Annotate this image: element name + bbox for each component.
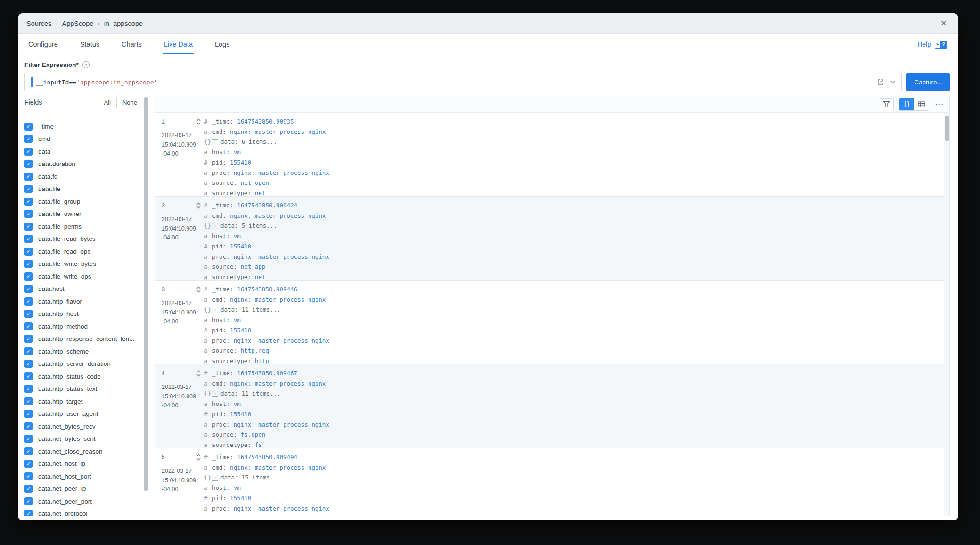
tab[interactable]: Status: [79, 34, 100, 54]
field-checkbox-item[interactable]: ✓ data.file_perms: [24, 220, 143, 233]
checkbox-checked-icon[interactable]: ✓: [24, 422, 33, 430]
field-checkbox-item[interactable]: ✓ data.http_scheme: [24, 345, 143, 358]
checkbox-checked-icon[interactable]: ✓: [24, 347, 33, 355]
field-checkbox-item[interactable]: ✓ data.http_flavor: [24, 295, 143, 308]
checkbox-checked-icon[interactable]: ✓: [24, 210, 33, 218]
field-checkbox-item[interactable]: ✓ data.net_bytes_recv: [24, 420, 143, 433]
expand-collapse-icon[interactable]: [196, 202, 201, 209]
checkbox-checked-icon[interactable]: ✓: [24, 223, 33, 231]
checkbox-checked-icon[interactable]: ✓: [24, 235, 33, 243]
field-checkbox-item[interactable]: ✓ data.net_peer_port: [24, 495, 143, 508]
field-checkbox-item[interactable]: ✓ data.file_read_ops: [24, 245, 143, 258]
help-circle-icon[interactable]: ?: [82, 61, 90, 68]
field-checkbox-item[interactable]: ✓ data.file_owner: [24, 208, 143, 221]
expand-editor-icon[interactable]: [877, 78, 884, 86]
more-options-icon[interactable]: ⋯: [935, 99, 944, 109]
checkbox-checked-icon[interactable]: ✓: [24, 272, 33, 281]
json-view-button[interactable]: {}: [899, 98, 914, 110]
field-checkbox-item[interactable]: ✓ data.file: [24, 183, 143, 196]
field-checkbox-item[interactable]: ✓ data.net_protocol: [24, 508, 143, 517]
field-checkbox-item[interactable]: ✓ data.net_bytes_sent: [24, 433, 143, 446]
field-checkbox-item[interactable]: ✓ data.http_response_content_len...: [24, 333, 143, 346]
checkbox-checked-icon[interactable]: ✓: [24, 447, 33, 455]
checkbox-checked-icon[interactable]: ✓: [24, 335, 33, 343]
expand-collapse-icon[interactable]: [196, 286, 201, 293]
checkbox-checked-icon[interactable]: ✓: [24, 260, 33, 268]
field-checkbox-item[interactable]: ✓ data.http_status_code: [24, 370, 143, 383]
fields-scrollbar-thumb[interactable]: [144, 97, 148, 491]
checkbox-checked-icon[interactable]: ✓: [24, 497, 33, 505]
checkbox-checked-icon[interactable]: ✓: [24, 185, 33, 193]
field-checkbox-item[interactable]: ✓ data.duration: [24, 158, 143, 171]
checkbox-checked-icon[interactable]: ✓: [24, 173, 33, 181]
help-link[interactable]: Help ▶ ?: [917, 41, 947, 49]
field-checkbox-item[interactable]: ✓ data.http_user_agent: [24, 408, 143, 421]
checkbox-checked-icon[interactable]: ✓: [24, 435, 33, 443]
close-icon[interactable]: ✕: [940, 19, 947, 27]
field-checkbox-item[interactable]: ✓ data.file_read_bytes: [24, 233, 143, 246]
expand-object-icon[interactable]: +: [212, 139, 218, 145]
checkbox-checked-icon[interactable]: ✓: [24, 310, 33, 318]
field-checkbox-item[interactable]: ✓ data.http_method: [24, 320, 143, 333]
expand-object-icon[interactable]: +: [212, 475, 218, 481]
checkbox-checked-icon[interactable]: ✓: [24, 472, 33, 480]
breadcrumb-in-appscope[interactable]: in_appscope: [104, 20, 143, 27]
field-checkbox-item[interactable]: ✓ data.http_host: [24, 308, 143, 321]
checkbox-checked-icon[interactable]: ✓: [24, 248, 33, 256]
tab[interactable]: Logs: [214, 34, 230, 54]
field-checkbox-item[interactable]: ✓ data.fd: [24, 170, 143, 183]
expand-collapse-icon[interactable]: [196, 370, 201, 377]
field-checkbox-item[interactable]: ✓ data.net_close_reason: [24, 445, 143, 458]
field-checkbox-item[interactable]: ✓ data.net_host_ip: [24, 458, 143, 471]
field-checkbox-item[interactable]: ✓ cmd: [24, 133, 143, 146]
checkbox-checked-icon[interactable]: ✓: [24, 460, 33, 468]
select-all-button[interactable]: All: [98, 97, 116, 108]
checkbox-checked-icon[interactable]: ✓: [24, 160, 33, 168]
checkbox-checked-icon[interactable]: ✓: [24, 410, 33, 418]
checkbox-checked-icon[interactable]: ✓: [24, 198, 33, 206]
events-scrollbar[interactable]: [944, 113, 949, 516]
breadcrumb-appscope[interactable]: AppScope: [62, 20, 94, 27]
capture-button[interactable]: Capture...: [906, 73, 950, 91]
checkbox-checked-icon[interactable]: ✓: [24, 372, 33, 380]
checkbox-checked-icon[interactable]: ✓: [24, 135, 33, 143]
field-checkbox-item[interactable]: ✓ data.file_write_bytes: [24, 258, 143, 271]
expand-object-icon[interactable]: +: [212, 307, 218, 313]
checkbox-checked-icon[interactable]: ✓: [24, 297, 33, 306]
checkbox-checked-icon[interactable]: ✓: [24, 385, 33, 393]
checkbox-checked-icon[interactable]: ✓: [24, 123, 33, 131]
checkbox-checked-icon[interactable]: ✓: [24, 510, 33, 516]
field-checkbox-item[interactable]: ✓ _time: [24, 120, 143, 133]
checkbox-checked-icon[interactable]: ✓: [24, 285, 33, 293]
field-checkbox-item[interactable]: ✓ data.http_target: [24, 395, 143, 408]
field-checkbox-item[interactable]: ✓ data.net_host_port: [24, 470, 143, 483]
filter-expression-input[interactable]: __inputId=='appscope:in_appscope': [24, 73, 902, 91]
field-checkbox-item[interactable]: ✓ data.file_group: [24, 195, 143, 208]
checkbox-checked-icon[interactable]: ✓: [24, 148, 33, 156]
field-checkbox-item[interactable]: ✓ data.http_server_duration: [24, 358, 143, 371]
chevron-down-icon[interactable]: [890, 80, 896, 84]
checkbox-checked-icon[interactable]: ✓: [24, 322, 33, 330]
field-checkbox-item[interactable]: ✓ data.net_peer_ip: [24, 483, 143, 495]
checkbox-checked-icon[interactable]: ✓: [24, 485, 33, 493]
events-scrollbar-thumb[interactable]: [945, 116, 949, 141]
tab-label: Status: [80, 41, 99, 48]
table-view-button[interactable]: [914, 98, 929, 110]
tab[interactable]: Live Data: [163, 34, 194, 54]
expand-object-icon[interactable]: +: [212, 391, 218, 397]
fields-scrollbar[interactable]: [144, 97, 148, 516]
checkbox-checked-icon[interactable]: ✓: [24, 360, 33, 368]
select-none-button[interactable]: None: [116, 97, 143, 108]
tab[interactable]: Configure: [27, 34, 59, 54]
field-checkbox-item[interactable]: ✓ data: [24, 145, 143, 158]
field-checkbox-item[interactable]: ✓ data.file_write_ops: [24, 270, 143, 283]
breadcrumb-sources[interactable]: Sources: [26, 20, 51, 27]
checkbox-checked-icon[interactable]: ✓: [24, 397, 33, 405]
expand-collapse-icon[interactable]: [196, 454, 201, 461]
expand-collapse-icon[interactable]: [196, 118, 201, 125]
expand-object-icon[interactable]: +: [212, 223, 218, 229]
field-checkbox-item[interactable]: ✓ data.host: [24, 283, 143, 296]
field-checkbox-item[interactable]: ✓ data.http_status_text: [24, 383, 143, 396]
filter-funnel-button[interactable]: [879, 98, 894, 110]
tab[interactable]: Charts: [121, 34, 143, 54]
